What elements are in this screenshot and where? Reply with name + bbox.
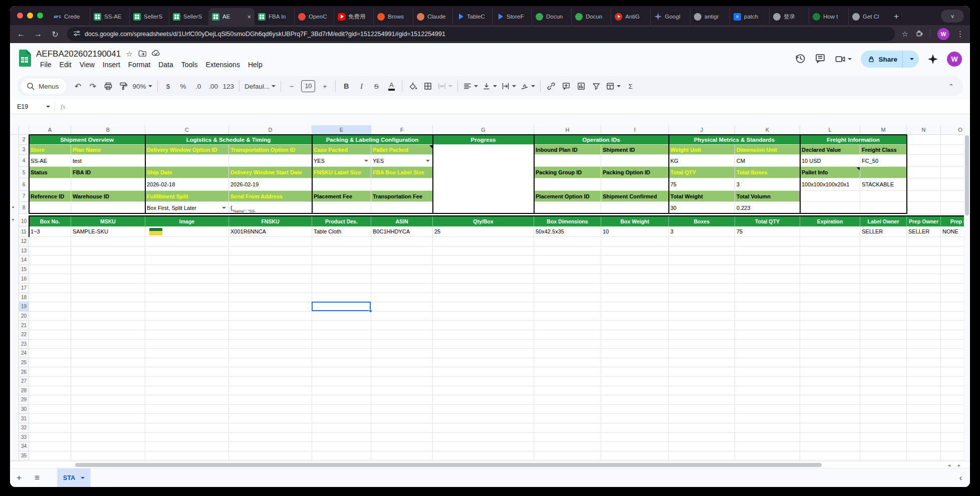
cell-J30[interactable] — [669, 405, 735, 414]
cell-K5[interactable]: Total Boxes — [735, 167, 800, 178]
cell-M20[interactable] — [860, 312, 907, 321]
browser-tab[interactable]: OpenC — [294, 8, 334, 25]
cell-F3[interactable]: Pallet Packed — [371, 145, 433, 155]
share-dropdown[interactable] — [902, 51, 919, 68]
cell-K29[interactable] — [735, 395, 800, 405]
cell-M21[interactable] — [860, 321, 907, 330]
cell-J18[interactable] — [669, 293, 735, 303]
cell-B30[interactable] — [71, 405, 145, 414]
browser-tab[interactable]: StoreF — [492, 8, 532, 25]
cell-N31[interactable] — [907, 414, 941, 423]
browser-tab[interactable]: AE× — [208, 8, 255, 25]
menus-search[interactable]: Menus — [21, 79, 66, 94]
row-header-29[interactable]: 29 — [19, 395, 29, 405]
cell-I13[interactable] — [601, 246, 669, 256]
cell-D19[interactable] — [229, 302, 312, 312]
cell-M24[interactable] — [860, 349, 907, 358]
cell-B4[interactable]: test — [71, 155, 145, 167]
cell-G15[interactable] — [433, 265, 534, 275]
cell-L19[interactable] — [800, 302, 860, 312]
cell-J23[interactable] — [669, 340, 735, 349]
cell-G22[interactable] — [433, 330, 534, 340]
cell-H22[interactable] — [534, 330, 601, 340]
browser-tab[interactable]: AntiG — [611, 8, 650, 25]
cell-dropdown-icon[interactable] — [426, 160, 430, 162]
browser-tab[interactable]: ≡patch — [729, 8, 769, 25]
cell-A33[interactable] — [29, 433, 71, 442]
cell-M19[interactable] — [860, 302, 907, 312]
cell-E17[interactable] — [312, 284, 371, 293]
cell-I7[interactable]: Shipment Confirmed — [601, 191, 669, 202]
cell-N19[interactable] — [907, 302, 941, 312]
cell-L28[interactable] — [800, 386, 860, 396]
cell-G20[interactable] — [433, 312, 534, 321]
cell-C19[interactable] — [145, 302, 229, 312]
cell-C10[interactable]: Image — [145, 216, 229, 226]
cell-C21[interactable] — [145, 321, 229, 330]
cell-C3[interactable]: Delivery Window Option ID — [145, 145, 229, 155]
cell-H34[interactable] — [534, 442, 601, 451]
cell-L29[interactable] — [800, 395, 860, 405]
cell-K11[interactable]: 75 — [735, 226, 800, 237]
cell-J17[interactable] — [669, 284, 735, 293]
cell-B27[interactable] — [71, 377, 145, 386]
cell-A5[interactable]: Status — [29, 167, 71, 178]
spreadsheet-grid[interactable]: ABCDEFGHIJKLMNO2345678101112131415161718… — [10, 125, 970, 468]
cell-C26[interactable] — [145, 367, 229, 377]
increase-decimals[interactable]: .00 — [206, 79, 220, 93]
cell-C15[interactable] — [145, 265, 229, 275]
cell-A10[interactable]: Box No. — [29, 216, 71, 226]
cell-M29[interactable] — [860, 395, 907, 405]
cell-B29[interactable] — [71, 395, 145, 405]
column-header-B[interactable]: B — [71, 125, 145, 135]
cell-G25[interactable] — [433, 358, 534, 368]
add-sheet-button[interactable]: + — [10, 473, 28, 483]
cell-D6[interactable]: 2026-02-19 — [229, 178, 312, 191]
cell-J13[interactable] — [669, 246, 735, 256]
cell-B20[interactable] — [71, 312, 145, 321]
cell-G34[interactable] — [433, 442, 534, 451]
cell-K15[interactable] — [735, 265, 800, 275]
cell-L11[interactable] — [800, 226, 860, 237]
cell-N16[interactable] — [907, 274, 941, 284]
address-bar[interactable]: docs.google.com/spreadsheets/d/1UrfC00yD… — [67, 27, 895, 41]
forward-icon[interactable]: → — [33, 30, 43, 39]
cell-F33[interactable] — [371, 433, 433, 442]
cell-A26[interactable] — [29, 367, 71, 377]
cell-I4[interactable] — [601, 155, 669, 167]
cell-K24[interactable] — [735, 349, 800, 358]
cell-B13[interactable] — [71, 246, 145, 256]
row-header-26[interactable]: 26 — [19, 367, 29, 377]
cell-K8[interactable]: 0.223 — [735, 202, 800, 214]
cell-J7[interactable]: Total Weight — [669, 191, 735, 202]
row-header-10[interactable]: 10 — [19, 216, 29, 226]
browser-tab[interactable]: Get Cl — [848, 8, 888, 25]
row-header-13[interactable]: 13 — [19, 246, 29, 256]
cell-F15[interactable] — [371, 265, 433, 275]
cell-C23[interactable] — [145, 340, 229, 349]
cell-E32[interactable] — [312, 423, 371, 433]
cell-I29[interactable] — [601, 395, 669, 405]
cell-A12[interactable] — [29, 237, 71, 246]
row-header-23[interactable]: 23 — [19, 340, 29, 349]
cell-E14[interactable] — [312, 256, 371, 265]
collapse-side-panel-icon[interactable]: ‹ — [951, 473, 970, 482]
cell-D14[interactable] — [229, 256, 312, 265]
cell-K23[interactable] — [735, 340, 800, 349]
menu-help[interactable]: Help — [244, 60, 267, 70]
cell-F17[interactable] — [371, 284, 433, 293]
cell-D18[interactable] — [229, 293, 312, 303]
cell-G18[interactable] — [433, 293, 534, 303]
cell-A3[interactable]: Store — [29, 145, 71, 155]
cell-F25[interactable] — [371, 358, 433, 368]
cell-L13[interactable] — [800, 246, 860, 256]
row-header-25[interactable]: 25 — [19, 358, 29, 368]
cell-J20[interactable] — [669, 312, 735, 321]
font-family-select[interactable]: Defaul... — [243, 79, 277, 93]
cell-K21[interactable] — [735, 321, 800, 330]
new-tab-button[interactable]: + — [888, 8, 905, 25]
cell-H18[interactable] — [534, 293, 601, 303]
cell-B7[interactable]: Warehouse ID — [71, 191, 145, 202]
cell-L16[interactable] — [800, 274, 860, 284]
cell-G32[interactable] — [433, 423, 534, 433]
